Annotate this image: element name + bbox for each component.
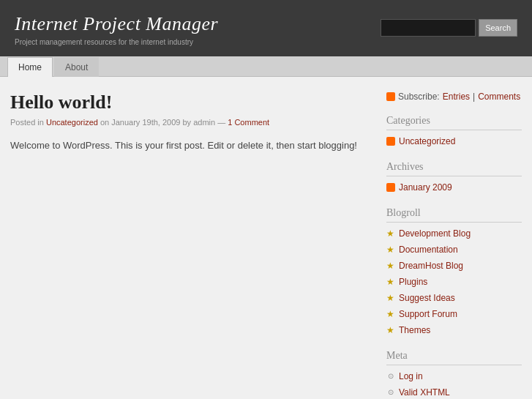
blogroll-link-1[interactable]: ★ Documentation	[386, 243, 522, 256]
star-icon-3: ★	[386, 277, 395, 286]
blogroll-link-0[interactable]: ★ Development Blog	[386, 227, 522, 240]
site-subtitle: Project management resources for the int…	[15, 38, 218, 46]
post-comment-link[interactable]: 1 Comment	[228, 118, 269, 127]
blogroll-link-2[interactable]: ★ DreamHost Blog	[386, 259, 522, 272]
blogroll-link-4[interactable]: ★ Suggest Ideas	[386, 291, 522, 305]
star-icon-5: ★	[386, 310, 395, 318]
star-icon-4: ★	[386, 294, 395, 302]
subscribe-comments-link[interactable]: Comments	[478, 92, 520, 102]
meta-link-1[interactable]: ⊙ Valid XHTML	[386, 386, 522, 399]
tab-home[interactable]: Home	[7, 57, 53, 77]
subscribe-line: Subscribe: Entries | Comments	[386, 92, 522, 102]
archives-section: Archives January 2009	[386, 161, 522, 194]
circle-icon-1: ⊙	[386, 388, 395, 397]
category-link-uncategorized[interactable]: Uncategorized	[386, 135, 522, 148]
tab-about[interactable]: About	[54, 57, 99, 77]
star-icon-2: ★	[386, 261, 395, 270]
site-title: Internet Project Manager	[15, 13, 218, 35]
blogroll-link-3[interactable]: ★ Plugins	[386, 275, 522, 288]
navigation: Home About	[0, 56, 532, 77]
blogroll-link-5[interactable]: ★ Support Forum	[386, 307, 522, 321]
star-icon-6: ★	[386, 326, 395, 335]
blogroll-title: Blogroll	[386, 207, 522, 223]
blogroll-link-6[interactable]: ★ Themes	[386, 324, 522, 337]
circle-icon-0: ⊙	[386, 372, 395, 381]
meta-title: Meta	[386, 350, 522, 365]
search-button[interactable]: Search	[479, 19, 517, 37]
post-body: Welcome to WordPress. This is your first…	[10, 138, 372, 154]
rss-icon-cat	[386, 137, 395, 146]
rss-icon	[386, 92, 395, 101]
subscribe-entries-link[interactable]: Entries	[443, 92, 470, 102]
categories-section: Categories Uncategorized	[386, 115, 522, 148]
meta-section: Meta ⊙ Log in ⊙ Valid XHTML ⊙ XFN	[386, 350, 522, 399]
archive-link-jan2009[interactable]: January 2009	[386, 181, 522, 194]
meta-link-0[interactable]: ⊙ Log in	[386, 370, 522, 383]
archives-title: Archives	[386, 161, 522, 176]
post-meta: Posted in Uncategorized on January 19th,…	[10, 118, 372, 127]
rss-icon-archive	[386, 183, 395, 192]
post-category-link[interactable]: Uncategorized	[46, 118, 98, 127]
star-icon-0: ★	[386, 229, 395, 238]
search-input[interactable]	[381, 19, 476, 37]
categories-title: Categories	[386, 115, 522, 130]
post-title: Hello world!	[10, 92, 372, 113]
blogroll-section: Blogroll ★ Development Blog ★ Documentat…	[386, 207, 522, 337]
star-icon-1: ★	[386, 245, 395, 254]
